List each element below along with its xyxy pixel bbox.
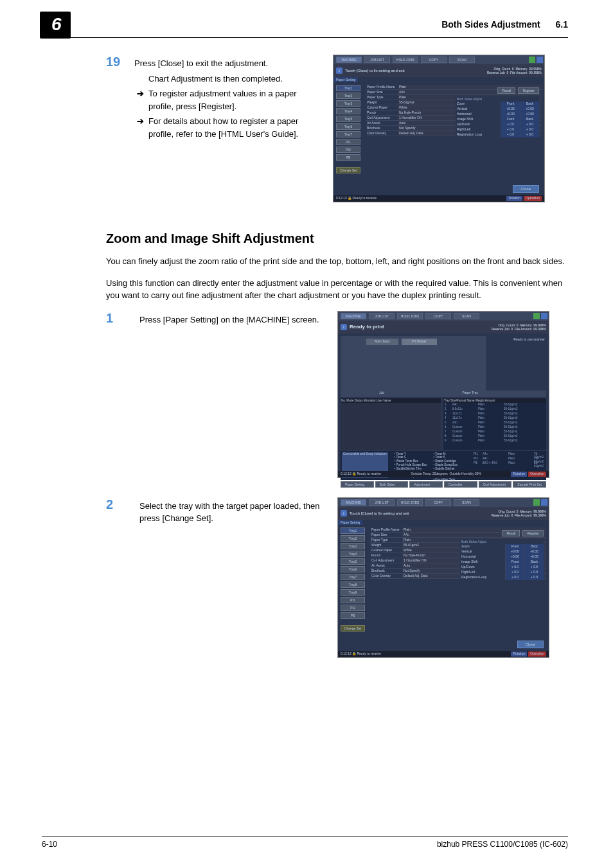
job-tab[interactable]: Job	[341, 391, 384, 394]
tray4-button[interactable]: Tray4	[336, 108, 360, 114]
tab-copy[interactable]: COPY	[425, 499, 451, 506]
eco-icon[interactable]	[533, 499, 540, 506]
info-message: Touch [Close] to fix setting and exit	[345, 69, 405, 73]
help-icon[interactable]	[541, 313, 547, 319]
header-rule	[42, 37, 568, 38]
tray5-button[interactable]: Tray5	[341, 558, 365, 565]
tab-holdjob[interactable]: HOLD JOBS	[397, 313, 423, 319]
screenshot-paper-setting-changeset: MACHINE JOB LIST HOLD JOBS COPY SCAN i T…	[337, 497, 549, 658]
operation-badge: Operation	[524, 196, 542, 201]
help-icon[interactable]	[537, 57, 543, 63]
tray6-button[interactable]: Tray6	[336, 123, 360, 130]
tray8-button[interactable]: Tray8	[341, 581, 365, 588]
paper-tray-row: 8CustomPlain55-61g/m2	[443, 434, 546, 439]
tray1-button[interactable]: Tray1	[336, 85, 360, 91]
tray2-button[interactable]: Tray2	[341, 535, 365, 542]
register-button[interactable]: Register	[522, 530, 544, 536]
status-text: Ready to receive	[352, 196, 377, 200]
tab-scan[interactable]: SCAN	[454, 499, 479, 506]
screenshot-machine-screen: MACHINE JOB LIST HOLD JOBS COPY SCAN i R…	[337, 311, 549, 478]
footer-page: 6-10	[42, 840, 57, 849]
step-19-bullet2: For details about how to register a pape…	[148, 115, 321, 140]
output-set-button[interactable]: Sample Print Set	[513, 481, 546, 488]
paper-tray-row: PB80.0 × 40.0Plain81-91g/m2	[472, 461, 545, 466]
pi2-button[interactable]: PI2	[336, 146, 360, 153]
section-heading: Zoom and Image Shift Adjustment	[106, 231, 568, 246]
both-sides-button[interactable]: Both Sides	[375, 481, 409, 488]
tab-machine[interactable]: MACHINE	[336, 57, 362, 63]
close-button[interactable]: Close	[517, 641, 544, 648]
paper-tray-row: PI1A4□Plain76-91g/m2	[472, 452, 545, 457]
paper-tray-row: 9CustomPlain55-61g/m2	[443, 439, 546, 443]
curl-adj-button[interactable]: Curl Adjustment	[479, 481, 512, 488]
counter-stats: Orig. Count 0 Memory 99.998% Reserve Job…	[492, 509, 546, 517]
main-body-btn[interactable]: Main Body	[366, 339, 398, 345]
register-button[interactable]: Register	[518, 87, 539, 94]
paper-tray-tab[interactable]: Paper Tray	[385, 391, 477, 394]
tray3-button[interactable]: Tray3	[336, 100, 360, 107]
tab-copy[interactable]: COPY	[421, 57, 447, 63]
tab-copy[interactable]: COPY	[425, 313, 451, 319]
recall-button[interactable]: Recall	[502, 530, 520, 536]
tray3-button[interactable]: Tray3	[341, 543, 365, 549]
paper-tray-row: 28.5x11□Plain55-61g/m2	[443, 407, 546, 412]
change-set-button[interactable]: Change Set	[336, 167, 360, 173]
tab-holdjob[interactable]: HOLD JOBS	[397, 499, 423, 506]
machine-image: Main Body FS Heater	[341, 336, 486, 391]
tab-machine[interactable]: MACHINE	[341, 313, 366, 319]
tray4-button[interactable]: Tray4	[341, 551, 365, 557]
job-panel: No. Mode Status Minute(s) User Name	[341, 398, 441, 450]
paper-tray-row: PI2A4□Plain76-91g/m2	[472, 457, 545, 461]
tab-scan[interactable]: SCAN	[454, 313, 479, 319]
eco-icon[interactable]	[533, 313, 540, 319]
header-title: Both Sides Adjustment	[441, 19, 540, 30]
step-2-number: 2	[106, 497, 132, 658]
paper-tray-row: 6CustomPlain55-61g/m2	[443, 425, 546, 430]
pb-button[interactable]: PB	[336, 154, 360, 161]
tab-joblist[interactable]: JOB LIST	[364, 57, 390, 63]
page-header: Both Sides Adjustment 6.1	[441, 19, 568, 30]
close-button[interactable]: Close	[513, 185, 539, 193]
arrow-icon: ➔	[137, 115, 148, 128]
adjustment-button[interactable]: Adjustment	[409, 481, 443, 488]
tab-joblist[interactable]: JOB LIST	[369, 313, 395, 319]
tray7-button[interactable]: Tray7	[336, 131, 360, 137]
header-section: 6.1	[556, 19, 568, 30]
help-icon[interactable]	[541, 499, 547, 506]
tab-holdjob[interactable]: HOLD JOBS	[393, 57, 418, 63]
paper-tray-row: 7CustomPlain55-61g/m2	[443, 430, 546, 434]
tab-scan[interactable]: SCAN	[449, 57, 475, 63]
eco-icon[interactable]	[529, 57, 535, 63]
step-19-number: 19	[106, 55, 132, 143]
tab-joblist[interactable]: JOB LIST	[369, 499, 395, 506]
tray5-button[interactable]: Tray5	[336, 116, 360, 122]
tray2-button[interactable]: Tray2	[336, 93, 360, 99]
paper-tray-row: 5A3□Plain55-61g/m2	[443, 421, 546, 425]
tray9-button[interactable]: Tray9	[341, 589, 365, 596]
status-time: 0:12:12	[336, 196, 347, 200]
info-message: Touch [Close] to fix setting and exit	[350, 511, 409, 515]
tray6-button[interactable]: Tray6	[341, 566, 365, 572]
prof-name-label: Paper Profile Name	[366, 85, 398, 90]
tray7-button[interactable]: Tray7	[341, 574, 365, 580]
change-set-button[interactable]: Change Set	[341, 625, 365, 632]
rotation-badge: Rotation	[506, 196, 522, 201]
tab-machine[interactable]: MACHINE	[341, 499, 366, 506]
screenshot-paper-setting-close: MACHINE JOB LIST HOLD JOBS COPY SCAN i T…	[333, 55, 545, 202]
section-para1: You can finely adjust the zoom ratio of …	[106, 255, 568, 268]
pi2-button[interactable]: PI2	[341, 605, 365, 611]
info-icon: i	[336, 67, 342, 74]
fs-heater-btn[interactable]: FS Heater	[402, 339, 437, 345]
pb-button[interactable]: PB	[341, 612, 365, 619]
step-1-text: Press [Paper Setting] on the [MACHINE] s…	[139, 314, 326, 326]
pi1-button[interactable]: PI1	[336, 139, 360, 145]
scanner-panel: Ready to use scanner	[488, 336, 546, 391]
paper-tray-row: 411x17□Plain55-61g/m2	[443, 416, 546, 421]
controller-button[interactable]: Controller	[444, 481, 477, 488]
recall-button[interactable]: Recall	[497, 87, 515, 94]
pi1-button[interactable]: PI1	[341, 597, 365, 603]
tray1-button[interactable]: Tray1	[341, 527, 365, 534]
info-icon: i	[341, 324, 347, 330]
step-19-text: Press [Close] to exit the adjustment.	[134, 57, 321, 70]
paper-setting-button[interactable]: Paper Setting	[341, 481, 374, 488]
